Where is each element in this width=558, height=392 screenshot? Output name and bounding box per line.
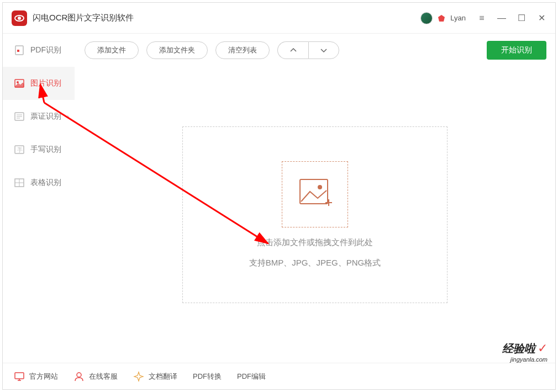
footer: 官方网站 在线客服 文档翻译 PDF转换 PDF编辑 bbox=[3, 363, 555, 389]
move-up-button[interactable] bbox=[277, 41, 308, 59]
monitor-icon bbox=[14, 371, 25, 382]
toolbar-buttons: 添加文件 添加文件夹 清空列表 bbox=[85, 41, 270, 59]
sparkle-icon bbox=[133, 371, 144, 382]
footer-label: 在线客服 bbox=[89, 372, 118, 382]
pdf-icon bbox=[14, 45, 25, 56]
chevron-up-icon bbox=[289, 46, 297, 54]
footer-label: PDF编辑 bbox=[237, 372, 266, 382]
avatar[interactable] bbox=[420, 12, 433, 24]
chevron-right-icon: › bbox=[67, 113, 69, 120]
svg-rect-3 bbox=[17, 50, 19, 52]
sidebar-item-label: 表格识别 bbox=[30, 178, 61, 188]
sidebar-item-handwrite[interactable]: 手 手写识别 bbox=[3, 133, 75, 166]
dropzone[interactable]: 点击添加文件或拖拽文件到此处 支持BMP、JPG、JPEG、PNG格式 bbox=[182, 126, 448, 303]
toolbar: PDF识别 添加文件 添加文件夹 清空列表 开始识别 bbox=[3, 34, 555, 67]
headset-icon bbox=[73, 371, 85, 382]
svg-point-5 bbox=[17, 82, 19, 83]
svg-point-16 bbox=[318, 185, 322, 189]
watermark: 经验啦 ✓ jingyanla.com bbox=[502, 341, 548, 363]
clear-list-button[interactable]: 清空列表 bbox=[215, 41, 270, 59]
username: Lyan bbox=[450, 14, 466, 22]
close-button[interactable]: ✕ bbox=[536, 13, 546, 23]
svg-rect-21 bbox=[15, 373, 24, 379]
vip-badge-icon bbox=[437, 14, 446, 23]
user-area[interactable]: Lyan bbox=[420, 12, 466, 24]
sidebar-item-label: 票证识别 bbox=[30, 112, 61, 121]
main-area: 图片识别 票证识别 › 手 手写识别 bbox=[3, 67, 555, 363]
footer-website[interactable]: 官方网站 bbox=[14, 371, 58, 382]
minimize-button[interactable]: — bbox=[497, 13, 507, 23]
reorder-buttons bbox=[277, 41, 339, 59]
svg-point-1 bbox=[18, 17, 21, 20]
add-image-icon bbox=[296, 175, 334, 214]
menu-button[interactable]: ≡ bbox=[477, 13, 487, 23]
ticket-icon bbox=[14, 111, 25, 122]
app-logo bbox=[12, 10, 27, 26]
footer-pdf-edit[interactable]: PDF编辑 bbox=[237, 372, 266, 382]
content-area: 点击添加文件或拖拽文件到此处 支持BMP、JPG、JPEG、PNG格式 bbox=[75, 67, 555, 363]
watermark-text: 经验啦 bbox=[502, 342, 535, 354]
dropzone-icon-box bbox=[282, 161, 348, 227]
footer-translate[interactable]: 文档翻译 bbox=[133, 371, 177, 382]
watermark-url: jingyanla.com bbox=[502, 356, 548, 363]
sidebar-item-label: PDF识别 bbox=[30, 45, 61, 55]
sidebar-item-pdf[interactable]: PDF识别 bbox=[3, 34, 75, 67]
svg-rect-15 bbox=[300, 179, 328, 204]
image-icon bbox=[14, 78, 25, 89]
window-controls: ≡ — ☐ ✕ bbox=[477, 13, 546, 23]
handwrite-icon: 手 bbox=[14, 144, 25, 155]
dropzone-text-1: 点击添加文件或拖拽文件到此处 bbox=[257, 237, 373, 248]
chevron-down-icon bbox=[320, 46, 328, 54]
add-file-button[interactable]: 添加文件 bbox=[85, 41, 139, 59]
sidebar-item-label: 图片识别 bbox=[30, 78, 61, 88]
footer-pdf-convert[interactable]: PDF转换 bbox=[193, 372, 222, 382]
maximize-button[interactable]: ☐ bbox=[517, 13, 527, 23]
footer-label: 官方网站 bbox=[29, 372, 58, 382]
dropzone-text-2: 支持BMP、JPG、JPEG、PNG格式 bbox=[249, 258, 381, 268]
checkmark-icon: ✓ bbox=[538, 341, 548, 355]
sidebar-item-label: 手写识别 bbox=[30, 145, 61, 155]
add-folder-button[interactable]: 添加文件夹 bbox=[146, 41, 208, 59]
move-down-button[interactable] bbox=[308, 41, 339, 59]
sidebar-item-table[interactable]: 表格识别 bbox=[3, 166, 75, 199]
table-icon bbox=[14, 177, 25, 188]
eye-icon bbox=[14, 13, 25, 24]
app-title: 闪电OCR图片文字识别软件 bbox=[33, 13, 420, 23]
sidebar-item-ticket[interactable]: 票证识别 › bbox=[3, 100, 75, 133]
title-bar: 闪电OCR图片文字识别软件 Lyan ≡ — ☐ ✕ bbox=[3, 3, 555, 34]
footer-label: 文档翻译 bbox=[149, 372, 177, 382]
sidebar: 图片识别 票证识别 › 手 手写识别 bbox=[3, 67, 75, 363]
svg-point-24 bbox=[77, 373, 81, 377]
svg-text:手: 手 bbox=[17, 147, 23, 153]
start-recognition-button[interactable]: 开始识别 bbox=[487, 41, 546, 60]
footer-support[interactable]: 在线客服 bbox=[73, 371, 118, 382]
footer-label: PDF转换 bbox=[193, 372, 222, 382]
sidebar-item-image[interactable]: 图片识别 bbox=[3, 67, 75, 100]
